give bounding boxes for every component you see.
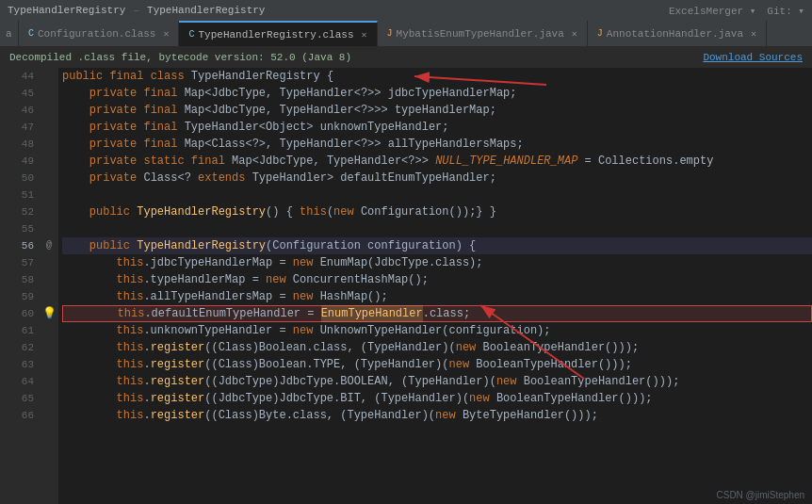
line-num-50: 50 <box>0 170 34 187</box>
line-num-45: 45 <box>0 85 34 102</box>
tab-configuration-close[interactable]: ✕ <box>163 28 169 40</box>
code-line-45: private final Map<JdbcType, TypeHandler<… <box>62 85 812 102</box>
title-bar: TypeHandlerRegistry – TypeHandlerRegistr… <box>0 0 812 21</box>
line-num-48: 48 <box>0 136 34 153</box>
code-line-52: public TypeHandlerRegistry() { this(new … <box>62 203 812 220</box>
tab-annotationhandler-label: AnnotationHandler.java <box>607 28 743 40</box>
line-num-49: 49 <box>0 153 34 170</box>
gutter-47 <box>40 119 58 136</box>
code-line-57: this.jdbcTypeHandlerMap = new EnumMap(Jd… <box>62 254 812 271</box>
title-file: TypeHandlerRegistry <box>147 5 265 16</box>
code-area: 44 45 46 47 48 49 50 51 52 55 56 57 58 5… <box>0 68 812 504</box>
tab-mybatisenumtypehandler[interactable]: J MybatisEnumTypeHandler.java ✕ <box>378 21 588 46</box>
gutter: @ 💡 <box>40 68 58 504</box>
gutter-50 <box>40 170 58 187</box>
java-icon-mybatis: J <box>387 28 393 39</box>
code-line-60[interactable]: this.defaultEnumTypeHandler = EnumTypeHa… <box>62 305 812 322</box>
gutter-51 <box>40 187 58 203</box>
tab-annotationhandler[interactable]: J AnnotationHandler.java ✕ <box>588 21 767 46</box>
tab-typehandlerregistry-close[interactable]: ✕ <box>362 29 367 41</box>
gutter-62 <box>40 339 58 356</box>
download-sources-link[interactable]: Download Sources <box>703 52 803 63</box>
code-line-49: private static final Map<JdbcType, TypeH… <box>62 153 812 170</box>
gutter-63 <box>40 356 58 373</box>
tab-mybatisenumtypehandler-label: MybatisEnumTypeHandler.java <box>397 28 564 40</box>
code-line-63: this.register((Class)Boolean.TYPE, (Type… <box>62 356 812 373</box>
tab-typehandlerregistry[interactable]: C TypeHandlerRegistry.class ✕ <box>179 21 377 46</box>
gutter-48 <box>40 136 58 153</box>
toolbar-area: ExcelsMerger ▾ <box>669 5 755 17</box>
gutter-58 <box>40 271 58 288</box>
class-icon: C <box>28 28 34 39</box>
tab-typehandlerregistry-label: TypeHandlerRegistry.class <box>198 29 353 41</box>
code-line-44: public final class TypeHandlerRegistry { <box>62 68 812 85</box>
gutter-55 <box>40 220 58 237</box>
decompiled-message: Decompiled .class file, bytecode version… <box>9 52 351 63</box>
line-num-62: 62 <box>0 339 34 356</box>
line-num-65: 65 <box>0 390 34 407</box>
line-num-59: 59 <box>0 288 34 305</box>
code-line-59: this.allTypeHandlersMap = new HashMap(); <box>62 288 812 305</box>
title-text: TypeHandlerRegistry <box>8 5 125 16</box>
code-line-61: this.unknownTypeHandler = new UnknownTyp… <box>62 322 812 339</box>
gutter-64 <box>40 373 58 390</box>
line-num-56: 56 <box>0 237 34 254</box>
tab-annotationhandler-close[interactable]: ✕ <box>751 28 756 40</box>
gutter-52 <box>40 203 58 220</box>
line-num-46: 46 <box>0 102 34 119</box>
gutter-57 <box>40 254 58 271</box>
java-icon-annotation: J <box>597 28 603 39</box>
gutter-61 <box>40 322 58 339</box>
class-icon-active: C <box>188 29 194 40</box>
code-content: public final class TypeHandlerRegistry {… <box>58 68 812 504</box>
code-line-64: this.register((JdbcType)JdbcType.BOOLEAN… <box>62 373 812 390</box>
gutter-56: @ <box>40 237 58 254</box>
tab-a[interactable]: a <box>0 21 19 46</box>
line-num-52: 52 <box>0 203 34 220</box>
tab-configuration-label: Configuration.class <box>38 28 155 40</box>
line-numbers: 44 45 46 47 48 49 50 51 52 55 56 57 58 5… <box>0 68 40 504</box>
line-num-63: 63 <box>0 356 34 373</box>
line-num-44: 44 <box>0 68 34 85</box>
line-num-60: 60 <box>0 305 34 322</box>
line-num-61: 61 <box>0 322 34 339</box>
gutter-46 <box>40 102 58 119</box>
line-num-66: 66 <box>0 407 34 424</box>
gutter-45 <box>40 85 58 102</box>
tab-mybatisenumtypehandler-close[interactable]: ✕ <box>572 28 577 40</box>
tab-configuration[interactable]: C Configuration.class ✕ <box>19 21 179 46</box>
code-line-47: private final TypeHandler<Object> unknow… <box>62 119 812 136</box>
line-num-51: 51 <box>0 187 34 203</box>
code-line-55 <box>62 220 812 237</box>
code-line-62: this.register((Class)Boolean.class, (Typ… <box>62 339 812 356</box>
tab-a-label: a <box>6 28 12 40</box>
code-line-46: private final Map<JdbcType, TypeHandler<… <box>62 102 812 119</box>
gutter-66 <box>40 407 58 424</box>
code-line-66: this.register((Class)Byte.class, (TypeHa… <box>62 407 812 424</box>
code-line-51 <box>62 187 812 203</box>
line-num-57: 57 <box>0 254 34 271</box>
gutter-60[interactable]: 💡 <box>40 305 58 322</box>
gutter-59 <box>40 288 58 305</box>
line-num-47: 47 <box>0 119 34 136</box>
git-label: Git: ▾ <box>767 5 804 17</box>
code-line-65: this.register((JdbcType)JdbcType.BIT, (T… <box>62 390 812 407</box>
watermark: CSDN @jimiStephen <box>716 490 804 500</box>
line-num-64: 64 <box>0 373 34 390</box>
tab-bar: a C Configuration.class ✕ C TypeHandlerR… <box>0 21 812 47</box>
code-line-50: private Class<? extends TypeHandler> def… <box>62 170 812 187</box>
gutter-49 <box>40 153 58 170</box>
code-line-48: private final Map<Class<?>, TypeHandler<… <box>62 136 812 153</box>
gutter-44 <box>40 68 58 85</box>
line-num-58: 58 <box>0 271 34 288</box>
gutter-65 <box>40 390 58 407</box>
code-line-56: public TypeHandlerRegistry(Configuration… <box>62 237 812 254</box>
line-num-55: 55 <box>0 220 34 237</box>
code-line-58: this.typeHandlerMap = new ConcurrentHash… <box>62 271 812 288</box>
info-bar: Decompiled .class file, bytecode version… <box>0 47 812 68</box>
